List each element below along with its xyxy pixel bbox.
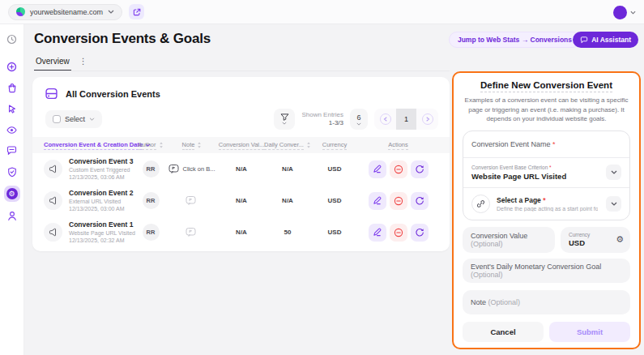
- currency-settings-gear-icon[interactable]: ⚙: [616, 235, 624, 244]
- redo-icon: [415, 165, 424, 174]
- clock-icon: [6, 34, 17, 45]
- database-icon: [45, 88, 58, 100]
- column-header-conversion-value[interactable]: Conversion Val...: [219, 141, 265, 150]
- shown-entries-label: Shown Entries: [301, 111, 343, 119]
- redo-icon: [415, 228, 424, 237]
- table-row: Conversion Event 1 Website Page URL Visi…: [32, 216, 450, 248]
- note-cell[interactable]: Click on B...: [168, 164, 215, 174]
- megaphone-icon: [44, 160, 62, 178]
- redo-button[interactable]: [411, 224, 429, 242]
- redo-button[interactable]: [411, 160, 429, 178]
- select-page-control[interactable]: Select a Page * Define the page acting a…: [463, 187, 629, 220]
- remove-button[interactable]: [390, 224, 407, 242]
- pencil-icon: [373, 196, 382, 205]
- sidebar-item-chat[interactable]: [5, 143, 19, 158]
- event-criterion: Custom Event Triggered: [69, 166, 133, 173]
- conversion-value-input[interactable]: Conversion Value (Optional): [463, 227, 555, 253]
- currency-cell: USD: [328, 229, 342, 236]
- pencil-icon: [373, 165, 382, 173]
- note-cell[interactable]: [186, 195, 199, 206]
- click-cursor-icon: [7, 104, 17, 113]
- shopping-bag-icon: [7, 83, 17, 93]
- cancel-button[interactable]: Cancel: [463, 322, 544, 342]
- page-size-select[interactable]: 6: [350, 109, 368, 130]
- edit-button[interactable]: [369, 192, 386, 210]
- column-header-note[interactable]: Note: [182, 141, 203, 150]
- ai-assistant-button[interactable]: AI Assistant: [573, 32, 638, 48]
- select-page-hint: Define the page acting as a start point …: [497, 206, 598, 212]
- tabs-divider: [34, 71, 450, 71]
- daily-goal-cell: 50: [284, 229, 292, 236]
- top-bar: yourwebsitename.com: [0, 0, 644, 24]
- site-selector[interactable]: yourwebsitename.com: [8, 4, 122, 20]
- conversion-value-cell: N/A: [236, 229, 247, 236]
- select-label: Select: [65, 115, 85, 123]
- note-cell[interactable]: [186, 227, 199, 237]
- select-rows-control[interactable]: Select: [45, 110, 102, 128]
- tab-overview[interactable]: Overview: [34, 57, 71, 71]
- submit-button[interactable]: Submit: [549, 322, 630, 342]
- site-name: yourwebsitename.com: [30, 8, 103, 16]
- jump-to-web-stats-button[interactable]: Jump to Web Stats → Conversions: [449, 32, 581, 48]
- sidebar-item-interactions[interactable]: [5, 101, 19, 116]
- edit-button[interactable]: [369, 160, 386, 178]
- note-icon: [168, 164, 179, 174]
- conversion-value-cell: N/A: [236, 165, 247, 173]
- card-title: All Conversion Events: [66, 89, 160, 99]
- note-input[interactable]: Note (Optional): [463, 290, 630, 314]
- column-header-author[interactable]: Author: [138, 141, 163, 150]
- column-header-event-date[interactable]: Conversion Event & Creation Date: [44, 141, 151, 150]
- daily-goal-cell: N/A: [282, 165, 293, 173]
- sidebar-item-profile[interactable]: [5, 208, 19, 223]
- filter-button[interactable]: [274, 109, 295, 130]
- daily-goal-input[interactable]: Event's Daily Monetary Conversion Goal (…: [463, 259, 630, 283]
- table-row: Conversion Event 3 Custom Event Triggere…: [32, 153, 450, 185]
- remove-button[interactable]: [390, 160, 407, 178]
- edit-button[interactable]: [369, 224, 386, 242]
- sidebar-item-privacy[interactable]: [5, 165, 19, 179]
- remove-button[interactable]: [390, 192, 407, 210]
- conversion-events-card: All Conversion Events Select Shown Entri…: [32, 77, 450, 251]
- pagination-page-1[interactable]: 1: [396, 109, 416, 130]
- pagination-prev-button[interactable]: [374, 109, 396, 130]
- funnel-icon: [280, 113, 289, 121]
- sort-icon: [159, 142, 164, 148]
- note-icon: [186, 227, 196, 237]
- page-title: Conversion Events & Goals: [34, 31, 211, 47]
- sidebar-item-insights[interactable]: [5, 122, 19, 137]
- select-page-chevron-button[interactable]: [606, 196, 621, 212]
- sidebar-item-conversions[interactable]: ⚙: [4, 186, 20, 202]
- chevron-down-icon: [356, 122, 361, 126]
- select-all-checkbox[interactable]: [53, 115, 61, 123]
- base-criterion-select[interactable]: Conversion Event Base Criterion * Websit…: [463, 157, 629, 187]
- sidebar-item-home[interactable]: [5, 32, 19, 46]
- event-date: 12/13/2025, 02:32 AM: [69, 237, 135, 244]
- currency-cell: USD: [328, 197, 342, 204]
- gear-icon: ⚙: [6, 188, 18, 199]
- open-site-button[interactable]: [129, 4, 144, 19]
- user-avatar[interactable]: [613, 6, 627, 19]
- shown-entries: Shown Entries 1-3/3: [301, 111, 343, 128]
- sort-icon: [197, 142, 202, 148]
- redo-button[interactable]: [411, 192, 429, 210]
- event-criterion: Website Page URL Visited: [69, 229, 135, 237]
- note-icon: [186, 195, 196, 206]
- base-criterion-value: Website Page URL Visited: [471, 172, 566, 181]
- main-content: Conversion Events & Goals Jump to Web St…: [24, 24, 644, 355]
- sidebar-item-store[interactable]: [5, 80, 19, 95]
- kebab-menu-icon[interactable]: ⋮: [79, 57, 87, 66]
- minus-circle-icon: [394, 196, 403, 206]
- column-header-daily-conversion[interactable]: Daily Conver...: [264, 141, 311, 150]
- page-size-value: 6: [356, 113, 360, 122]
- chevron-down-icon: [611, 202, 617, 206]
- define-conversion-event-panel: Define New Conversion Event Examples of …: [452, 71, 641, 349]
- criterion-chevron-button[interactable]: [606, 165, 621, 180]
- sidebar-item-create[interactable]: [5, 59, 19, 74]
- chevron-down-icon: [108, 10, 114, 14]
- chevron-down-icon: [89, 118, 95, 121]
- sort-icon: [306, 142, 311, 148]
- conversion-event-name-input[interactable]: Conversion Event Name *: [463, 131, 629, 157]
- event-date: 12/13/2025, 03:06 AM: [69, 173, 133, 181]
- currency-select[interactable]: Currency USD ⚙: [561, 227, 630, 253]
- pagination-next-button[interactable]: [416, 109, 438, 130]
